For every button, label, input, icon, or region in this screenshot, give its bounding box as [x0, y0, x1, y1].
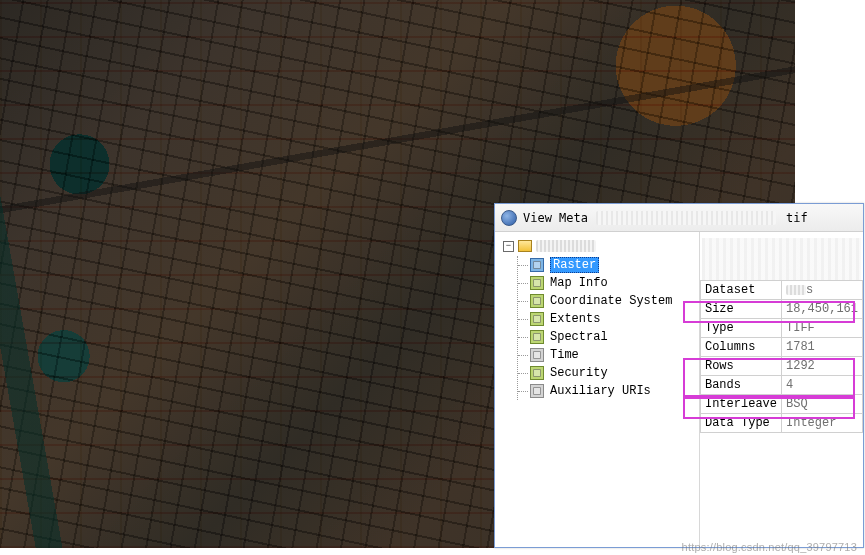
tree-item-map-info[interactable]: Map Info [530, 274, 695, 292]
table-row: Datasets [700, 281, 862, 300]
highlight-type-row [683, 301, 855, 323]
app-icon [501, 210, 517, 226]
highlight-data-type-row [683, 397, 855, 419]
tree-item-label: Spectral [550, 330, 608, 344]
tree-pane[interactable]: − Raster Map Info Coordinate System [495, 232, 700, 547]
tree-item-label: Time [550, 348, 579, 362]
window-title-ext: tif [786, 211, 808, 225]
highlight-bands-interleave-rows [683, 358, 855, 397]
tree-item-label: Extents [550, 312, 600, 326]
collapse-icon[interactable]: − [503, 241, 514, 252]
window-title-prefix: View Meta [523, 211, 588, 225]
kv-key: Columns [700, 338, 781, 357]
window-title-redacted [596, 211, 776, 225]
tree-item-spectral[interactable]: Spectral [530, 328, 695, 346]
tree-item-extents[interactable]: Extents [530, 310, 695, 328]
kv-value: s [781, 281, 862, 300]
table-row: Columns1781 [700, 338, 862, 357]
tree-item-label: Security [550, 366, 608, 380]
security-icon [530, 366, 544, 380]
value-redacted [786, 285, 806, 295]
tree-item-label: Raster [550, 257, 599, 273]
raster-icon [530, 258, 544, 272]
tree-item-label: Map Info [550, 276, 608, 290]
kv-key: Dataset [700, 281, 781, 300]
tree-root[interactable]: − [503, 240, 695, 252]
spectral-icon [530, 330, 544, 344]
folder-icon [518, 240, 532, 252]
tree-children: Raster Map Info Coordinate System Extent… [517, 256, 695, 400]
tree-item-auxiliary-uris[interactable]: Auxiliary URIs [530, 382, 695, 400]
tree-item-raster[interactable]: Raster [530, 256, 695, 274]
watermark: https://blog.csdn.net/qq_39797713 [682, 541, 857, 553]
tree-item-label: Coordinate System [550, 294, 672, 308]
tree-item-label: Auxiliary URIs [550, 384, 651, 398]
tree-item-security[interactable]: Security [530, 364, 695, 382]
extents-icon [530, 312, 544, 326]
tree-item-coordinate-system[interactable]: Coordinate System [530, 292, 695, 310]
tree-root-label-redacted [536, 240, 596, 252]
tree-item-time[interactable]: Time [530, 346, 695, 364]
kv-value: 1781 [781, 338, 862, 357]
map-info-icon [530, 276, 544, 290]
auxiliary-uris-icon [530, 384, 544, 398]
time-icon [530, 348, 544, 362]
titlebar[interactable]: View Meta tif [495, 204, 863, 232]
coordinate-system-icon [530, 294, 544, 308]
